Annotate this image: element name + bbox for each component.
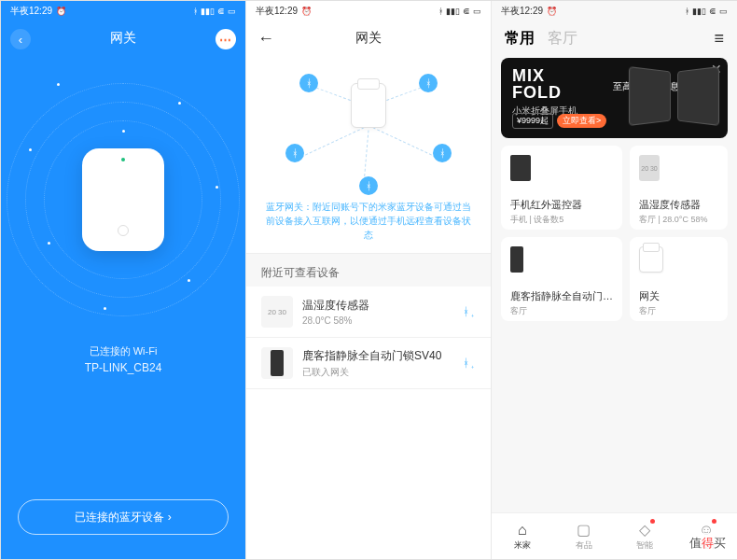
fold-phone-icon	[630, 69, 718, 125]
wifi-label: 已连接的 Wi-Fi	[1, 344, 245, 358]
alarm-icon: ⏰	[56, 7, 66, 16]
bt-node-icon: ᚼ	[359, 176, 378, 195]
nav-youpin[interactable]: ▢ 有品	[553, 513, 615, 559]
notification-dot	[650, 519, 655, 524]
card-gateway[interactable]: 网关 客厅	[630, 237, 728, 321]
hub-icon	[351, 83, 386, 128]
status-bar: 半夜12:29 ⏰ ᚼ ▮▮▯ ⋐ ▭	[492, 1, 737, 21]
bt-signal-icon: ᚼ₊	[463, 305, 476, 318]
signal-icon: ▮▮▯	[201, 7, 215, 16]
nearby-devices-title: 附近可查看设备	[246, 253, 491, 287]
nav-smart[interactable]: ◇ 智能	[615, 513, 676, 559]
gateway-description: 蓝牙网关：附近同账号下的米家蓝牙设备可通过当前设备接入互联网，以便通过手机远程查…	[246, 200, 491, 253]
smart-icon: ◇	[639, 521, 650, 539]
bt-node-icon: ᚼ	[285, 144, 304, 162]
device-name: 鹿客指静脉全自动门锁SV40	[302, 348, 463, 364]
bt-icon: ᚼ	[685, 7, 689, 16]
signal-icon: ▮▮▯	[446, 7, 460, 16]
card-sub: 客厅	[639, 305, 718, 317]
sensor-icon: 20 30	[639, 155, 660, 181]
card-name: 鹿客指静脉全自动门…	[510, 289, 613, 303]
tab-common[interactable]: 常用	[505, 29, 535, 49]
card-sub: 手机 | 设备数5	[510, 214, 613, 226]
bt-node-icon: ᚼ	[299, 74, 318, 92]
card-sub: 客厅	[510, 305, 613, 317]
alarm-icon: ⏰	[547, 7, 557, 16]
bluetooth-devices-button[interactable]: 已连接的蓝牙设备 ›	[18, 499, 229, 535]
gateway-device-icon	[82, 148, 164, 251]
device-cards: 手机红外遥控器 手机 | 设备数5 20 30 温湿度传感器 客厅 | 28.0…	[492, 146, 737, 321]
status-indicators: ᚼ ▮▮▯ ⋐ ▭	[193, 7, 236, 16]
card-name: 手机红外遥控器	[510, 198, 613, 212]
card-sub: 客厅 | 28.0°C 58%	[639, 214, 718, 226]
status-bar: 半夜12:29 ⏰ ᚼ ▮▮▯ ⋐ ▭	[1, 1, 245, 21]
room-tabs: 常用 客厅 ≡	[492, 21, 737, 54]
alarm-icon: ⏰	[301, 7, 312, 16]
header: ← 网关	[246, 21, 491, 55]
shop-icon: ▢	[577, 521, 591, 539]
wifi-info: 已连接的 Wi-Fi TP-LINK_CB24	[1, 344, 245, 374]
bt-mesh-visual: ᚼ ᚼ ᚼ ᚼ ᚼ	[257, 55, 480, 200]
signal-icon: ▮▮▯	[692, 7, 706, 16]
banner-price: ¥9999起	[512, 113, 553, 129]
status-bar: 半夜12:29 ⏰ ᚼ ▮▮▯ ⋐ ▭	[246, 1, 491, 21]
back-button[interactable]: ←	[257, 29, 274, 49]
battery-icon: ▭	[228, 7, 236, 16]
status-time: 半夜12:29	[10, 5, 52, 18]
nav-home[interactable]: ⌂ 米家	[492, 513, 553, 559]
bt-icon: ᚼ	[438, 7, 443, 16]
card-ir-remote[interactable]: 手机红外遥控器 手机 | 设备数5	[501, 146, 622, 230]
wifi-icon: ⋐	[463, 7, 470, 16]
device-name: 温湿度传感器	[302, 298, 463, 314]
status-indicators: ᚼ ▮▮▯ ⋐ ▭	[685, 7, 728, 16]
wifi-icon: ⋐	[217, 7, 225, 16]
more-button[interactable]: ⋯	[216, 29, 236, 49]
bt-node-icon: ᚼ	[419, 74, 438, 92]
bt-signal-icon: ᚼ₊	[463, 357, 476, 370]
status-time: 半夜12:29	[501, 5, 543, 18]
header: ‹ 网关 ⋯	[1, 21, 245, 55]
notification-dot	[712, 519, 716, 524]
device-item-sensor[interactable]: 20 30 温湿度传感器 28.0°C 58% ᚼ₊	[246, 287, 491, 338]
bt-node-icon: ᚼ	[433, 144, 452, 162]
battery-icon: ▭	[473, 7, 481, 16]
screen-gateway-bt: 半夜12:29 ⏰ ᚼ ▮▮▯ ⋐ ▭ ← 网关 ᚼ ᚼ ᚼ ᚼ ᚼ	[246, 1, 492, 559]
promo-banner[interactable]: ✕ MIX FOLD 小米折叠屏手机 至高享24期免息 ¥9999起 立即查看>	[501, 58, 728, 138]
watermark: 值得买	[686, 533, 730, 553]
screen-gateway-wifi: 半夜12:29 ⏰ ᚼ ▮▮▯ ⋐ ▭ ‹ 网关 ⋯ 已连接的 Wi-Fi T	[1, 1, 246, 559]
screen-mihome: 半夜12:29 ⏰ ᚼ ▮▮▯ ⋐ ▭ 常用 客厅 ≡ ✕ MIX FOLD 小…	[492, 1, 737, 559]
home-icon: ⌂	[518, 522, 527, 539]
page-title: 网关	[110, 30, 136, 47]
hub-icon	[639, 246, 663, 273]
wifi-ssid: TP-LINK_CB24	[1, 361, 245, 374]
device-status: 已联入网关	[302, 366, 463, 379]
card-name: 网关	[639, 289, 718, 303]
card-name: 温湿度传感器	[639, 198, 718, 212]
battery-icon: ▭	[719, 7, 728, 16]
device-status: 28.0°C 58%	[302, 315, 463, 326]
sensor-icon: 20 30	[261, 296, 293, 328]
page-title: 网关	[355, 30, 382, 47]
wifi-icon: ⋐	[709, 7, 716, 16]
menu-button[interactable]: ≡	[714, 29, 724, 49]
lock-icon	[510, 246, 523, 273]
tab-living-room[interactable]: 客厅	[548, 29, 577, 49]
banner-cta[interactable]: 立即查看>	[557, 114, 606, 128]
bt-icon: ᚼ	[193, 7, 198, 16]
remote-icon	[510, 155, 531, 181]
card-lock[interactable]: 鹿客指静脉全自动门… 客厅	[501, 237, 622, 321]
lock-icon	[261, 347, 293, 379]
back-button[interactable]: ‹	[10, 29, 31, 49]
card-sensor[interactable]: 20 30 温湿度传感器 客厅 | 28.0°C 58%	[630, 146, 728, 230]
status-indicators: ᚼ ▮▮▯ ⋐ ▭	[438, 7, 481, 16]
device-visual	[1, 55, 245, 344]
device-item-lock[interactable]: 鹿客指静脉全自动门锁SV40 已联入网关 ᚼ₊	[246, 338, 491, 389]
status-time: 半夜12:29	[256, 5, 298, 18]
